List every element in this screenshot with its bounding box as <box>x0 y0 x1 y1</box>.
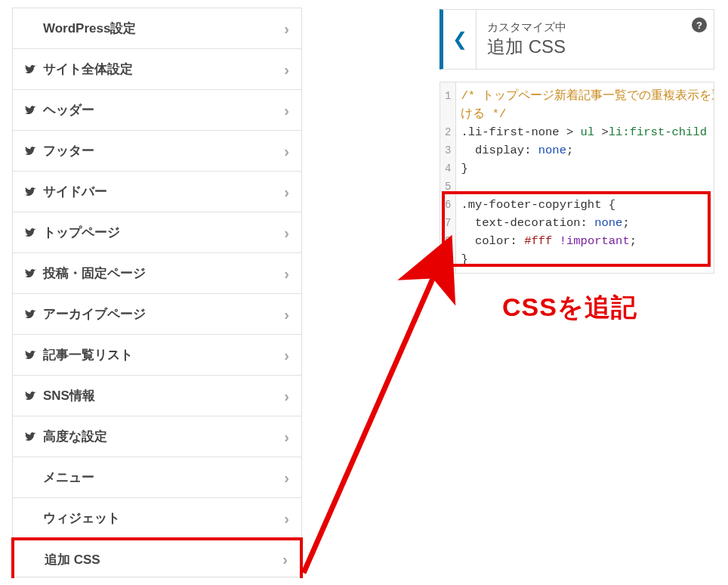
line-number: 5 <box>445 178 451 196</box>
chevron-right-icon: › <box>284 62 289 77</box>
theme-icon <box>23 104 43 117</box>
section-titles: カスタマイズ中 追加 CSS <box>477 10 685 69</box>
menu-item-label: メニュー <box>43 469 284 486</box>
customizer-section-header: ❮ カスタマイズ中 追加 CSS ? <box>440 9 714 70</box>
line-number: 2 <box>445 123 451 141</box>
chevron-right-icon: › <box>284 388 289 404</box>
code-line[interactable]: /* トップページ新着記事一覧での重複表示を避 <box>461 87 709 105</box>
theme-icon <box>23 308 43 321</box>
menu-item-label: サイト全体設定 <box>43 60 284 78</box>
chevron-right-icon: › <box>284 429 289 444</box>
code-line[interactable]: color: #fff !important; <box>461 232 709 250</box>
theme-icon <box>23 144 43 158</box>
line-number <box>445 105 451 123</box>
editor-gutter: 123456789 <box>440 82 456 273</box>
menu-item[interactable]: フッター› <box>13 131 301 172</box>
back-button[interactable]: ❮ <box>443 10 477 69</box>
section-main-title: 追加 CSS <box>487 35 685 59</box>
section-sup-title: カスタマイズ中 <box>487 20 685 35</box>
css-editor[interactable]: 123456789 /* トップページ新着記事一覧での重複表示を避ける */.l… <box>440 82 714 274</box>
editor-code-area[interactable]: /* トップページ新着記事一覧での重複表示を避ける */.li-first-no… <box>456 82 714 273</box>
code-line[interactable]: text-decoration: none; <box>461 214 709 232</box>
line-number: 4 <box>445 159 451 178</box>
menu-item[interactable]: 高度な設定› <box>13 416 301 457</box>
menu-item-label: トップページ <box>43 224 284 241</box>
menu-item[interactable]: ウィジェット› <box>13 498 301 539</box>
menu-item[interactable]: メニュー› <box>13 457 301 498</box>
code-line[interactable] <box>461 178 709 196</box>
theme-icon <box>23 185 43 199</box>
menu-item-label: WordPress設定 <box>43 20 284 37</box>
code-line[interactable]: .my-footer-copyright { <box>461 196 709 214</box>
code-line[interactable]: } <box>461 159 709 178</box>
line-number: 7 <box>445 214 451 232</box>
code-line[interactable]: .li-first-none > ul >li:first-child { <box>461 123 709 141</box>
help-area: ? <box>685 10 714 69</box>
chevron-right-icon: › <box>284 144 289 159</box>
theme-icon <box>23 430 43 444</box>
menu-item[interactable]: 記事一覧リスト› <box>13 335 301 376</box>
menu-item[interactable]: アーカイブページ› <box>13 294 301 335</box>
menu-item[interactable]: WordPress設定› <box>13 8 301 49</box>
chevron-right-icon: › <box>284 184 289 200</box>
chevron-right-icon: › <box>284 307 289 322</box>
theme-icon <box>23 389 43 403</box>
menu-item-label: ウィジェット <box>43 509 284 527</box>
line-number: 8 <box>445 232 451 250</box>
menu-item-label: SNS情報 <box>43 387 284 404</box>
menu-item-label: 記事一覧リスト <box>43 346 284 364</box>
chevron-right-icon: › <box>284 348 289 363</box>
menu-item[interactable]: 投稿・固定ページ› <box>13 253 301 294</box>
chevron-left-icon: ❮ <box>452 29 467 50</box>
line-number: 9 <box>445 250 451 268</box>
line-number: 3 <box>445 141 451 159</box>
theme-icon <box>23 267 43 280</box>
menu-item[interactable]: SNS情報› <box>13 376 301 416</box>
menu-item-label: フッター <box>43 142 284 159</box>
menu-item-label: アーカイブページ <box>43 305 284 323</box>
menu-item-label: 追加 CSS <box>45 551 282 568</box>
line-number: 6 <box>445 196 451 214</box>
code-line[interactable]: } <box>461 250 709 268</box>
chevron-right-icon: › <box>284 511 289 526</box>
menu-item[interactable]: サイドバー› <box>13 172 301 212</box>
menu-item[interactable]: ヘッダー› <box>13 90 301 131</box>
menu-item[interactable]: サイト全体設定› <box>13 49 301 90</box>
svg-line-0 <box>304 274 435 573</box>
chevron-right-icon: › <box>284 470 289 485</box>
annotation-arrow <box>301 257 459 582</box>
customizer-menu: WordPress設定›サイト全体設定›ヘッダー›フッター›サイドバー›トップペ… <box>12 8 302 577</box>
menu-item-label: ヘッダー <box>43 101 284 119</box>
menu-item-label: 高度な設定 <box>43 428 284 445</box>
chevron-right-icon: › <box>284 21 289 36</box>
line-number: 1 <box>445 87 451 105</box>
menu-item-label: サイドバー <box>43 183 284 200</box>
code-line[interactable]: ける */ <box>461 105 709 123</box>
help-icon[interactable]: ? <box>692 17 707 32</box>
chevron-right-icon: › <box>282 552 288 567</box>
chevron-right-icon: › <box>284 103 289 118</box>
theme-icon <box>23 226 43 240</box>
theme-icon <box>23 348 43 362</box>
theme-icon <box>23 63 43 76</box>
menu-item-label: 投稿・固定ページ <box>43 265 284 282</box>
chevron-right-icon: › <box>284 266 289 281</box>
menu-item[interactable]: トップページ› <box>13 212 301 253</box>
menu-item[interactable]: 追加 CSS› <box>11 537 303 578</box>
code-line[interactable]: display: none; <box>461 141 709 159</box>
chevron-right-icon: › <box>284 225 289 240</box>
annotation-label: CSSを追記 <box>502 290 637 325</box>
